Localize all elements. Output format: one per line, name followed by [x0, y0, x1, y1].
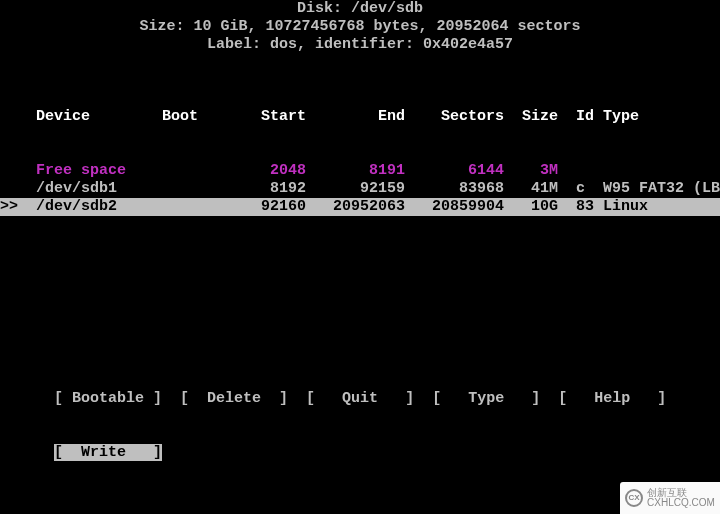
header-size-line: Size: 10 GiB, 10727456768 bytes, 2095206… [0, 18, 720, 36]
menu-item-type[interactable]: [ Type ] [432, 390, 540, 407]
partition-row[interactable]: /dev/sdb1 8192 92159 83968 41M c W95 FAT… [0, 180, 720, 198]
watermark-logo-icon: CX [625, 489, 643, 507]
menu-item-quit[interactable]: [ Quit ] [306, 390, 414, 407]
menu-item-write[interactable]: [ Write ] [54, 444, 162, 461]
menu-item-help[interactable]: [ Help ] [558, 390, 666, 407]
menu-item-bootable[interactable]: [ Bootable ] [54, 390, 162, 407]
action-menu: [ Bootable ] [ Delete ] [ Quit ] [ Type … [0, 354, 720, 498]
cfdisk-screen: Disk: /dev/sdb Size: 10 GiB, 10727456768… [0, 0, 720, 514]
menu-item-delete[interactable]: [ Delete ] [180, 390, 288, 407]
partition-row[interactable]: Free space 2048 8191 6144 3M [0, 162, 720, 180]
table-header: Device Boot Start End Sectors Size Id Ty… [0, 108, 720, 126]
disk-header: Disk: /dev/sdb Size: 10 GiB, 10727456768… [0, 0, 720, 54]
header-disk-line: Disk: /dev/sdb [0, 0, 720, 18]
header-label-line: Label: dos, identifier: 0x402e4a57 [0, 36, 720, 54]
partition-table: Device Boot Start End Sectors Size Id Ty… [0, 72, 720, 252]
watermark-badge: CX 创新互联 CXHLCQ.COM [620, 482, 720, 514]
partition-row[interactable]: >> /dev/sdb2 92160 20952063 20859904 10G… [0, 198, 720, 216]
watermark-text: 创新互联 CXHLCQ.COM [647, 488, 715, 508]
